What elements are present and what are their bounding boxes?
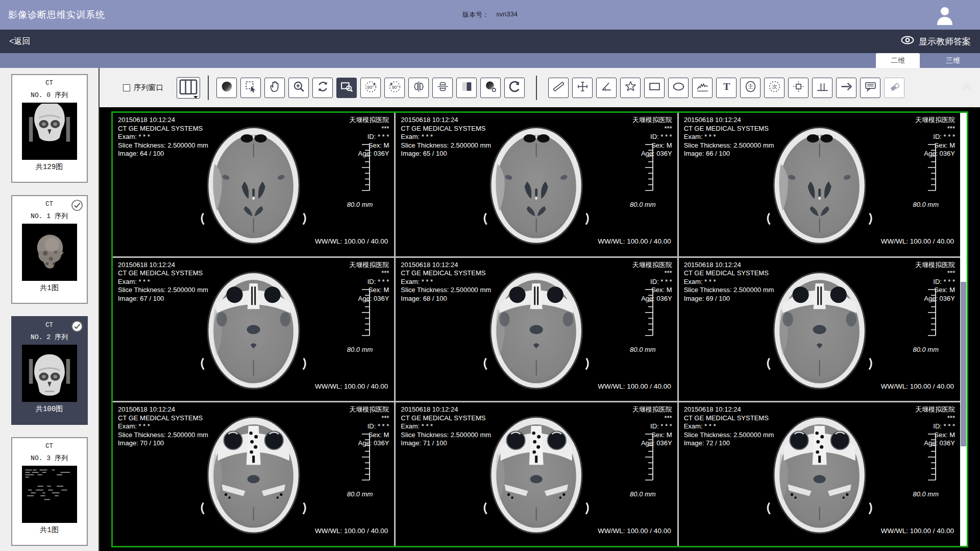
back-button[interactable]: <返回 — [9, 36, 30, 47]
viewport-cell[interactable]: 20150618 10:12:24 CT GE MEDICAL SYSTEMS … — [113, 402, 394, 546]
viewport-cell[interactable]: 20150618 10:12:24 CT GE MEDICAL SYSTEMS … — [396, 258, 677, 401]
viewport-cell[interactable]: 20150618 10:12:24 CT GE MEDICAL SYSTEMS … — [113, 258, 394, 401]
toolbar-button-localizer[interactable] — [788, 78, 808, 98]
toolbar-button-star-marker[interactable] — [620, 78, 641, 98]
toolbar-button-histogram[interactable] — [812, 78, 832, 98]
series-name: NO. 2 序列 — [12, 332, 87, 342]
toolbar-button-rect-select[interactable] — [240, 78, 261, 98]
overlay-hospital: 天堰模拟医院 — [915, 405, 955, 414]
toolbar-button-rotate-sync[interactable] — [312, 78, 333, 98]
toolbar-button-invert[interactable] — [456, 78, 477, 98]
overlay-exam: Exam: * * * — [684, 422, 774, 431]
overlay-top-left: 20150618 10:12:24 CT GE MEDICAL SYSTEMS … — [118, 116, 208, 158]
grid-scrollbar[interactable] — [960, 113, 967, 546]
toolbar-button-rect-roi[interactable] — [644, 78, 665, 98]
toolbar-button-reset[interactable] — [504, 78, 525, 98]
series-thumbnail — [22, 466, 77, 523]
viewport-cell[interactable]: 20150618 10:12:24 CT GE MEDICAL SYSTEMS … — [679, 258, 960, 401]
curve-profile-icon — [696, 80, 709, 95]
overlay-hospital: 天堰模拟医院 — [632, 261, 672, 270]
show-teacher-answer-button[interactable]: 显示教师答案 — [901, 36, 971, 47]
window-level-icon — [484, 80, 498, 95]
svg-text:主: 主 — [748, 84, 753, 89]
overlay-patient-id: ID: * * * — [349, 422, 389, 431]
series-card-0[interactable]: CTNO. 0 序列 共129图 — [11, 74, 88, 183]
viewport-cell[interactable]: 20150618 10:12:24 CT GE MEDICAL SYSTEMS … — [396, 402, 677, 546]
toolbar-button-hand-pan[interactable] — [264, 78, 285, 98]
version-label: 版本号： — [462, 10, 489, 19]
scrollbar-thumb[interactable] — [961, 282, 966, 446]
series-card-1[interactable]: CTNO. 1 序列 共1图 — [11, 195, 88, 304]
viewport-cell[interactable]: 20150618 10:12:24 CT GE MEDICAL SYSTEMS … — [113, 113, 394, 256]
checkbox-box[interactable] — [123, 84, 130, 91]
viewport-cell[interactable]: 20150618 10:12:24 CT GE MEDICAL SYSTEMS … — [679, 113, 960, 256]
overlay-datetime: 20150618 10:12:24 — [401, 116, 491, 125]
scale-ruler: 80.0 mm — [913, 288, 937, 353]
toolbar-button-rotate-right-90[interactable]: 90° — [384, 78, 405, 98]
toolbar-button-comment[interactable] — [860, 78, 880, 98]
zoom-in-icon — [292, 80, 306, 95]
series-card-3[interactable]: CTNO. 3 序列共1图 — [11, 437, 88, 546]
checked-icon — [71, 199, 83, 211]
toolbar-button-window-level[interactable] — [480, 78, 501, 98]
ruler-ticks-icon — [641, 288, 654, 340]
overlay-wwwl: WW/WL: 100.00 / 40.00 — [598, 237, 671, 246]
viewport-cell[interactable]: 20150618 10:12:24 CT GE MEDICAL SYSTEMS … — [396, 113, 677, 256]
toolbar-button-measure-line[interactable] — [548, 78, 569, 98]
series-name: NO. 1 序列 — [12, 211, 87, 221]
toolbar-button-ellipse-roi[interactable] — [668, 78, 689, 98]
overlay-patient-id: ID: * * * — [632, 278, 672, 286]
layout-button[interactable] — [177, 77, 200, 99]
toolbar-button-sphere-shade[interactable] — [216, 78, 237, 98]
toolbar-button-text-annotation[interactable]: T — [716, 78, 737, 98]
toolbar-button-flip-horizontal[interactable] — [408, 78, 429, 98]
tab-2d[interactable]: 二维 — [876, 53, 920, 68]
user-avatar-icon[interactable] — [934, 5, 955, 26]
active-series-frame: 20150618 10:12:24 CT GE MEDICAL SYSTEMS … — [111, 111, 968, 547]
overlay-top-left: 20150618 10:12:24 CT GE MEDICAL SYSTEMS … — [684, 261, 774, 303]
scale-ruler: 80.0 mm — [347, 288, 371, 353]
toolbar-button-eraser[interactable] — [884, 78, 904, 98]
toolbar-button-flip-vertical[interactable] — [432, 78, 453, 98]
overlay-wwwl: WW/WL: 100.00 / 40.00 — [598, 382, 671, 391]
overlay-exam: Exam: * * * — [684, 133, 774, 141]
overlay-datetime: 20150618 10:12:24 — [684, 116, 774, 125]
toolbar-button-curve-profile[interactable] — [692, 78, 713, 98]
ruler-ticks-icon — [923, 288, 937, 340]
overlay-wwwl: WW/WL: 100.00 / 40.00 — [315, 382, 388, 391]
toolbar-button-rotate-left-90[interactable]: 90° — [360, 78, 381, 98]
nav-bar: <返回 显示教师答案 — [0, 30, 980, 53]
series-card-2[interactable]: CTNO. 2 序列 共100图 — [11, 316, 88, 425]
toolbar-button-zoom-in[interactable] — [288, 78, 309, 98]
overlay-hospital: 天堰模拟医院 — [632, 116, 672, 125]
overlay-wwwl: WW/WL: 100.00 / 40.00 — [315, 237, 388, 246]
star-marker-icon — [624, 80, 638, 95]
scale-ruler: 80.0 mm — [913, 433, 937, 498]
overlay-hospital: 天堰模拟医院 — [349, 405, 389, 414]
ruler-label: 80.0 mm — [630, 346, 656, 353]
toolbar-button-zoom-region[interactable] — [336, 78, 357, 98]
hand-pan-icon — [268, 80, 282, 95]
overlay-image-number: Image: 65 / 100 — [401, 150, 491, 158]
ruler-ticks-icon — [357, 288, 371, 340]
collapse-toolbar-icon[interactable] — [961, 81, 973, 93]
toolbar-button-primary-marker[interactable]: 主 — [740, 78, 761, 98]
overlay-exam: Exam: * * * — [401, 278, 491, 286]
measure-angle-icon — [600, 80, 614, 95]
overlay-exam: Exam: * * * — [401, 133, 491, 141]
histogram-icon — [816, 80, 829, 95]
toolbar-button-measure-angle[interactable] — [596, 78, 617, 98]
series-thumbnail — [22, 345, 77, 402]
toolbar-button-arrow-annotation[interactable] — [836, 78, 856, 98]
ruler-label: 80.0 mm — [913, 346, 939, 353]
toolbar-button-secondary-marker[interactable]: 次 — [764, 78, 785, 98]
overlay-stars: *** — [915, 125, 955, 133]
viewport-cell[interactable]: 20150618 10:12:24 CT GE MEDICAL SYSTEMS … — [679, 402, 960, 546]
series-window-checkbox[interactable]: 序列窗口 — [123, 83, 163, 92]
scale-ruler: 80.0 mm — [347, 433, 371, 498]
overlay-patient-id: ID: * * * — [349, 278, 389, 286]
toolbar-button-measure-cross[interactable] — [572, 78, 593, 98]
tab-3d[interactable]: 三维 — [931, 53, 975, 68]
ruler-label: 80.0 mm — [347, 346, 373, 353]
overlay-image-number: Image: 70 / 100 — [118, 439, 208, 448]
